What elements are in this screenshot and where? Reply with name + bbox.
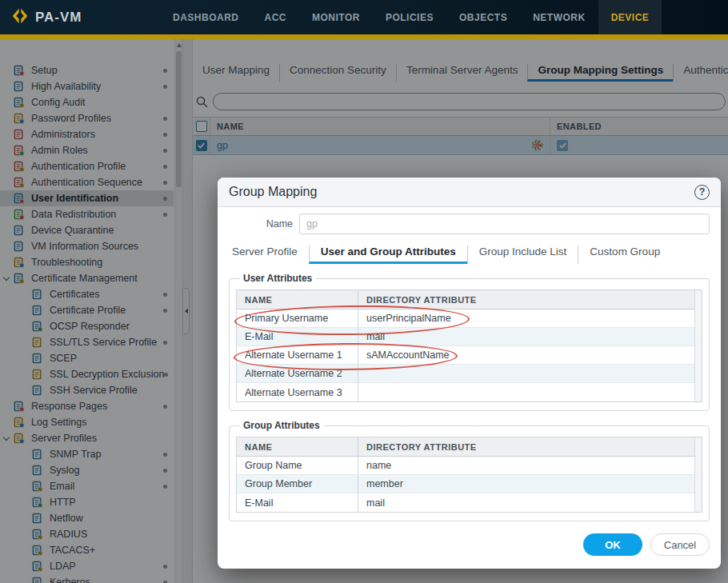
- attr-name: Primary Username: [237, 309, 358, 327]
- main-nav: DASHBOARDACCMONITORPOLICIESOBJECTSNETWOR…: [160, 0, 662, 34]
- user-attributes-fieldset: User Attributes NAME DIRECTORY ATTRIBUTE…: [229, 273, 710, 411]
- group-attributes-header: NAME DIRECTORY ATTRIBUTE: [237, 437, 694, 457]
- attr-name: E-Mail: [237, 328, 358, 345]
- nav-monitor[interactable]: MONITOR: [299, 0, 373, 34]
- attr-directory-attribute: [358, 383, 694, 401]
- attr-row-primary-username: Primary UsernameuserPrincipalName: [237, 309, 694, 328]
- name-input[interactable]: [299, 214, 710, 234]
- cancel-button[interactable]: Cancel: [650, 533, 710, 556]
- user-attributes-legend: User Attributes: [239, 273, 316, 284]
- group-attributes-legend: Group Attributes: [239, 420, 324, 431]
- nav-acc[interactable]: ACC: [252, 0, 300, 34]
- nav-device[interactable]: DEVICE: [598, 0, 662, 34]
- palo-alto-logo-icon: [10, 6, 30, 29]
- dialog-tab-group-include-list[interactable]: Group Include List: [467, 246, 578, 264]
- dialog-footer: OK Cancel: [218, 521, 721, 569]
- attr-name: E-Mail: [237, 493, 358, 512]
- attr-row-group-member: Group Membermember: [237, 475, 694, 493]
- name-field-row: Name: [229, 214, 710, 234]
- group-mapping-dialog: Group Mapping ? Name Server ProfileUser …: [218, 178, 721, 569]
- attr-name: Group Name: [237, 457, 358, 474]
- name-label: Name: [229, 214, 293, 234]
- nav-objects[interactable]: OBJECTS: [446, 0, 520, 34]
- help-icon[interactable]: ?: [694, 185, 710, 200]
- dialog-tab-server-profile[interactable]: Server Profile: [229, 246, 309, 264]
- attr-directory-attribute: [358, 365, 694, 382]
- user-attributes-header: NAME DIRECTORY ATTRIBUTE: [237, 290, 694, 309]
- attr-row-group-name: Group Namename: [237, 457, 694, 475]
- attr-directory-attribute: sAMAccountName: [358, 346, 694, 364]
- ok-button[interactable]: OK: [583, 533, 642, 556]
- table-scrollbar-track[interactable]: [694, 290, 702, 401]
- table-scrollbar-track[interactable]: [694, 437, 702, 512]
- nav-policies[interactable]: POLICIES: [373, 0, 446, 34]
- dialog-tab-custom-group[interactable]: Custom Group: [578, 246, 671, 264]
- attr-row-alternate-username-3: Alternate Username 3: [237, 383, 694, 401]
- nav-network[interactable]: NETWORK: [520, 0, 598, 34]
- attr-directory-attribute: userPrincipalName: [358, 309, 694, 327]
- dialog-tab-user-and-group-attributes[interactable]: User and Group Attributes: [309, 246, 467, 264]
- group-attributes-table: NAME DIRECTORY ATTRIBUTE Group NamenameG…: [236, 437, 702, 513]
- attr-row-e-mail: E-Mailmail: [237, 328, 694, 346]
- attr-directory-attribute: member: [358, 475, 694, 493]
- attr-name: Alternate Username 2: [237, 365, 358, 382]
- attr-name: Alternate Username 1: [237, 346, 358, 364]
- attr-name: Group Member: [237, 475, 358, 493]
- dialog-body: Name Server ProfileUser and Group Attrib…: [218, 207, 721, 521]
- user-attributes-table: NAME DIRECTORY ATTRIBUTE Primary Usernam…: [236, 290, 702, 402]
- logo: PA-VM: [0, 0, 160, 34]
- attr-row-alternate-username-1: Alternate Username 1sAMAccountName: [237, 346, 694, 365]
- nav-dashboard[interactable]: DASHBOARD: [160, 0, 252, 34]
- attr-row-e-mail: E-Mailmail: [237, 493, 694, 512]
- dialog-tab-bar: Server ProfileUser and Group AttributesG…: [229, 246, 710, 264]
- attr-row-alternate-username-2: Alternate Username 2: [237, 365, 694, 383]
- dialog-titlebar: Group Mapping ?: [218, 178, 721, 207]
- app-title: PA-VM: [35, 10, 82, 26]
- attr-directory-attribute: mail: [358, 328, 694, 345]
- attr-directory-attribute: name: [358, 457, 694, 474]
- group-attributes-fieldset: Group Attributes NAME DIRECTORY ATTRIBUT…: [229, 420, 710, 521]
- user-attributes-rows: Primary UsernameuserPrincipalNameE-Mailm…: [237, 309, 694, 401]
- group-attributes-rows: Group NamenameGroup MembermemberE-Mailma…: [237, 457, 694, 512]
- dialog-title: Group Mapping: [229, 185, 317, 199]
- top-nav-bar: PA-VM DASHBOARDACCMONITORPOLICIESOBJECTS…: [0, 0, 728, 34]
- attr-name: Alternate Username 3: [237, 383, 358, 401]
- attr-directory-attribute: mail: [358, 493, 694, 512]
